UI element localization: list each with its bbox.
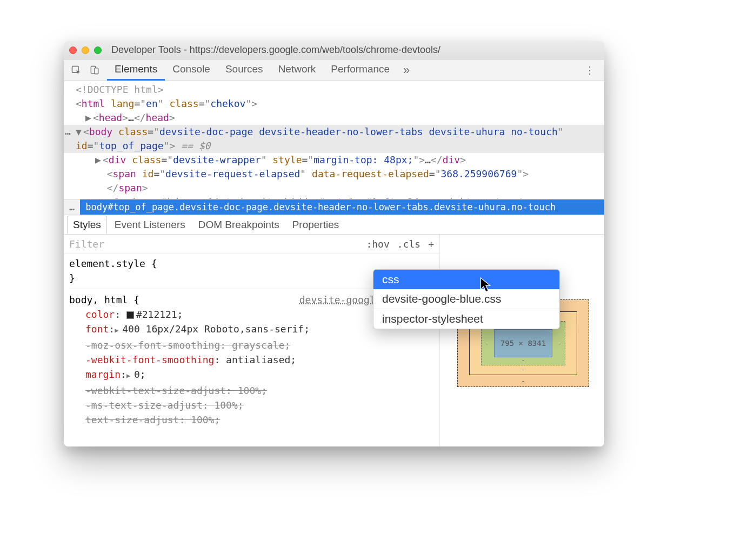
titlebar: Developer Tools - https://developers.goo…: [64, 41, 604, 59]
cls-toggle[interactable]: .cls: [397, 238, 420, 250]
ul-partial-tag[interactable]: ▶<ul class="kd-menulist devsite-hidden" …: [64, 195, 604, 199]
padding-left-value: -: [485, 339, 489, 348]
new-rule-button[interactable]: +: [428, 238, 434, 250]
prop-webkit-font-smoothing[interactable]: -webkit-font-smoothing: antialiased;: [69, 352, 434, 367]
content-dimensions: 795 × 8341: [494, 329, 552, 357]
prop-ms-text-size[interactable]: -ms-text-size-adjust: 100%;: [69, 398, 434, 412]
rule-selector[interactable]: body, html {: [69, 292, 139, 307]
doctype-line: <!DOCTYPE html>: [76, 84, 164, 95]
computed-pane: - - - - - 795 × 8341: [439, 235, 604, 446]
subtab-properties[interactable]: Properties: [287, 216, 345, 234]
tab-console[interactable]: Console: [165, 59, 218, 81]
span-elapsed-tag[interactable]: <span id="devsite-request-elapsed" data-…: [64, 167, 604, 181]
expand-icon[interactable]: ▶: [115, 323, 122, 338]
device-toolbar-icon[interactable]: [85, 59, 104, 81]
body-tag-selected-line2[interactable]: id="top_of_page"> == $0: [64, 139, 604, 153]
stylesheet-dropdown[interactable]: css devsite-google-blue.css inspector-st…: [373, 269, 560, 329]
dropdown-item-css[interactable]: css: [373, 270, 559, 289]
subtab-styles[interactable]: Styles: [67, 216, 107, 234]
styles-pane: Filter :hov .cls + element.style { } bod…: [64, 235, 439, 446]
prop-webkit-text-size[interactable]: -webkit-text-size-adjust: 100%;: [69, 383, 434, 398]
element-style-selector: element.style {: [69, 256, 434, 271]
devtools-window: Developer Tools - https://developers.goo…: [64, 41, 604, 446]
tab-network[interactable]: Network: [271, 59, 324, 81]
maximize-window-button[interactable]: [94, 46, 102, 54]
hov-toggle[interactable]: :hov: [366, 238, 389, 250]
span-close-tag[interactable]: </span>: [64, 181, 604, 195]
tab-sources[interactable]: Sources: [218, 59, 271, 81]
html-open-tag[interactable]: <html lang="en" class="chekov">: [64, 97, 604, 111]
breadcrumb-overflow[interactable]: …: [64, 199, 80, 215]
prop-moz-font-smoothing[interactable]: -moz-osx-font-smoothing: grayscale;: [69, 338, 434, 352]
gutter-ellipsis: …: [65, 124, 71, 138]
traffic-lights: [69, 46, 102, 54]
subtab-event-listeners[interactable]: Event Listeners: [109, 216, 191, 234]
padding-value: -: [521, 356, 525, 364]
main-toolbar: Elements Console Sources Network Perform…: [64, 59, 604, 81]
svg-rect-2: [95, 68, 98, 74]
dropdown-item-devsite[interactable]: devsite-google-blue.css: [373, 289, 559, 309]
cursor-icon: [480, 277, 492, 295]
close-window-button[interactable]: [69, 46, 77, 54]
minimize-window-button[interactable]: [82, 46, 89, 54]
dropdown-item-inspector[interactable]: inspector-stylesheet: [373, 309, 559, 329]
expand-icon[interactable]: ▶: [126, 369, 134, 383]
styles-subtabs: Styles Event Listeners DOM Breakpoints P…: [64, 215, 604, 235]
subtab-dom-breakpoints[interactable]: DOM Breakpoints: [193, 216, 285, 234]
tab-elements[interactable]: Elements: [107, 59, 165, 81]
color-swatch-icon[interactable]: [126, 311, 134, 319]
prop-text-size[interactable]: text-size-adjust: 100%;: [69, 412, 434, 427]
breadcrumb: … body#top_of_page.devsite-doc-page.devs…: [64, 199, 604, 215]
styles-filter-input[interactable]: Filter: [69, 238, 358, 250]
dom-tree[interactable]: <!DOCTYPE html> <html lang="en" class="c…: [64, 81, 604, 199]
div-wrapper-tag[interactable]: ▶<div class="devsite-wrapper" style="mar…: [64, 153, 604, 167]
inspect-element-icon[interactable]: [67, 59, 85, 81]
margin-value: -: [521, 377, 525, 385]
more-tabs-button[interactable]: »: [397, 59, 416, 81]
tab-performance[interactable]: Performance: [323, 59, 397, 81]
body-tag-selected[interactable]: …▼<body class="devsite-doc-page devsite-…: [64, 125, 604, 139]
border-value: -: [521, 365, 525, 374]
padding-right-value: -: [557, 339, 562, 348]
window-title: Developer Tools - https://developers.goo…: [111, 44, 440, 56]
breadcrumb-selected[interactable]: body#top_of_page.devsite-doc-page.devsit…: [80, 199, 604, 215]
head-tag[interactable]: ▶<head>…</head>: [64, 111, 604, 125]
settings-menu-icon[interactable]: ⋮: [580, 59, 599, 81]
styles-filter-row: Filter :hov .cls +: [64, 235, 439, 254]
prop-margin[interactable]: margin:▶0;: [69, 367, 434, 383]
